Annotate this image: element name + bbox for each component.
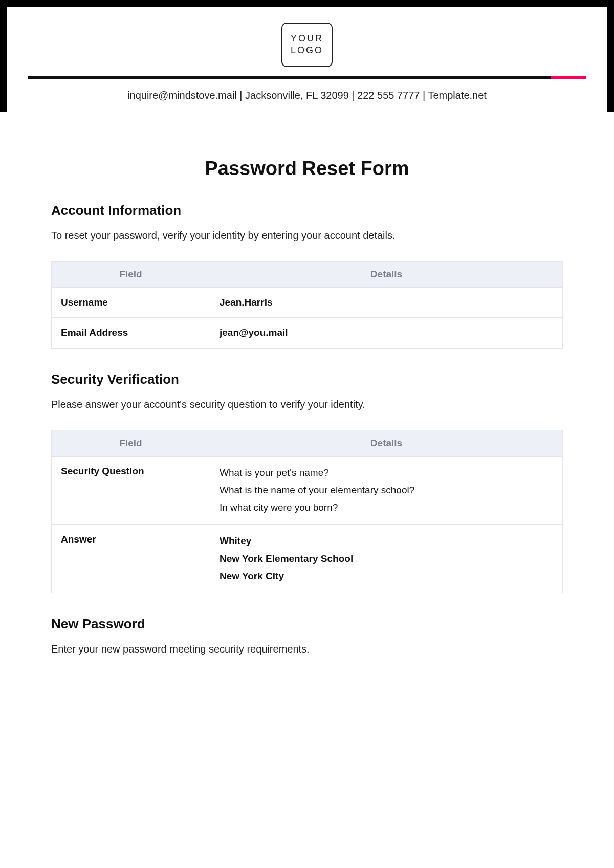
table-row: Security Question What is your pet's nam… [52,456,563,525]
security-question-line: What is the name of your elementary scho… [220,482,553,498]
field-value-answers: Whitey New York Elementary School New Yo… [210,525,563,593]
table-header-field: Field [52,430,210,456]
new-password-heading: New Password [51,616,563,632]
table-row: Username Jean.Harris [52,287,563,317]
answer-line: New York City [220,568,553,584]
new-password-description: Enter your new password meeting security… [51,641,563,657]
field-label-username: Username [52,287,210,317]
field-label-email: Email Address [52,318,210,348]
answer-line: New York Elementary School [220,551,553,567]
security-question-line: In what city were you born? [220,500,553,516]
account-info-table: Field Details Username Jean.Harris Email… [51,261,563,349]
field-value-username: Jean.Harris [210,287,563,317]
logo-text-line2: LOGO [291,45,323,56]
field-value-security-questions: What is your pet's name? What is the nam… [210,456,563,525]
logo-text-line1: YOUR [291,33,323,45]
table-row: Email Address jean@you.mail [52,318,563,348]
security-description: Please answer your account's security qu… [51,397,563,412]
table-header-details: Details [210,430,563,456]
header-frame: YOUR LOGO inquire@mindstove.mail | Jacks… [0,0,614,112]
table-header-field: Field [52,261,210,287]
field-label-answer: Answer [52,525,210,593]
field-value-email: jean@you.mail [210,318,563,348]
logo-placeholder: YOUR LOGO [281,23,333,67]
header-divider [28,76,586,79]
answer-line: Whitey [220,533,553,549]
table-header-details: Details [210,261,563,287]
account-info-heading: Account Information [51,203,563,219]
page-title: Password Reset Form [51,158,563,180]
account-info-description: To reset your password, verify your iden… [51,228,563,243]
security-question-line: What is your pet's name? [220,465,553,481]
field-label-security-question: Security Question [52,456,210,525]
security-heading: Security Verification [51,372,563,387]
contact-info: inquire@mindstove.mail | Jacksonville, F… [28,90,586,101]
security-table: Field Details Security Question What is … [51,430,563,594]
page-content: Password Reset Form Account Information … [0,112,614,696]
table-row: Answer Whitey New York Elementary School… [52,525,563,593]
